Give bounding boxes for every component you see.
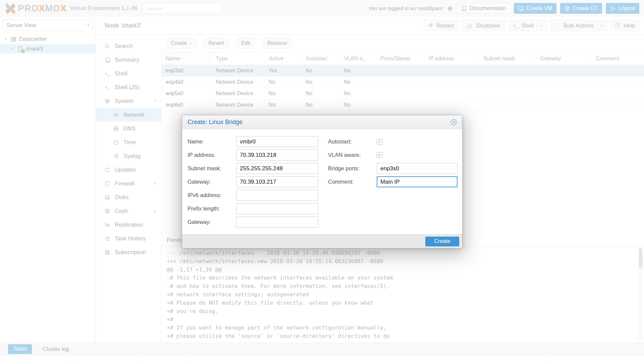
close-icon[interactable]	[450, 119, 457, 125]
dialog-title: Create: Linux Bridge	[187, 119, 243, 126]
vlan-aware-label: VLAN aware:	[328, 152, 377, 158]
autostart-label: Autostart:	[328, 138, 377, 145]
prefix-length-input[interactable]	[236, 203, 318, 214]
ipv6-address-input[interactable]	[236, 190, 318, 201]
name-label: Name:	[187, 138, 236, 145]
comment-input[interactable]	[377, 176, 458, 187]
subnet-mask-input[interactable]	[236, 163, 318, 174]
prefix-length-label: Prefix length:	[187, 205, 236, 212]
check-icon: ✓	[378, 139, 381, 144]
bridge-ports-label: Bridge ports:	[328, 165, 377, 172]
gateway6-input[interactable]	[236, 217, 318, 228]
create-linux-bridge-dialog: Create: Linux Bridge Name: IP address: S…	[182, 115, 463, 248]
gateway-input[interactable]	[236, 176, 318, 187]
comment-label: Comment:	[328, 179, 377, 185]
dialog-header[interactable]: Create: Linux Bridge	[182, 115, 462, 129]
dialog-right-column: Autostart: ✓ VLAN aware: ✓ Bridge ports:…	[328, 136, 458, 190]
ip-address-input[interactable]	[236, 149, 318, 161]
gateway6-label: Gateway:	[187, 219, 236, 225]
autostart-checkbox[interactable]: ✓	[377, 139, 382, 144]
name-input[interactable]	[236, 136, 318, 147]
gateway-label: Gateway:	[187, 179, 236, 185]
dialog-footer: Create	[182, 234, 462, 248]
subnet-mask-label: Subnet mask:	[187, 165, 236, 172]
ipv6-address-label: IPv6 address:	[187, 192, 236, 198]
bridge-ports-input[interactable]	[377, 163, 458, 174]
ip-address-label: IP address:	[187, 152, 236, 158]
dialog-body: Name: IP address: Subnet mask: Gateway: …	[182, 129, 462, 235]
vlan-aware-checkbox[interactable]: ✓	[377, 152, 382, 158]
dialog-create-button[interactable]: Create	[425, 237, 459, 246]
check-icon: ✓	[378, 153, 381, 158]
